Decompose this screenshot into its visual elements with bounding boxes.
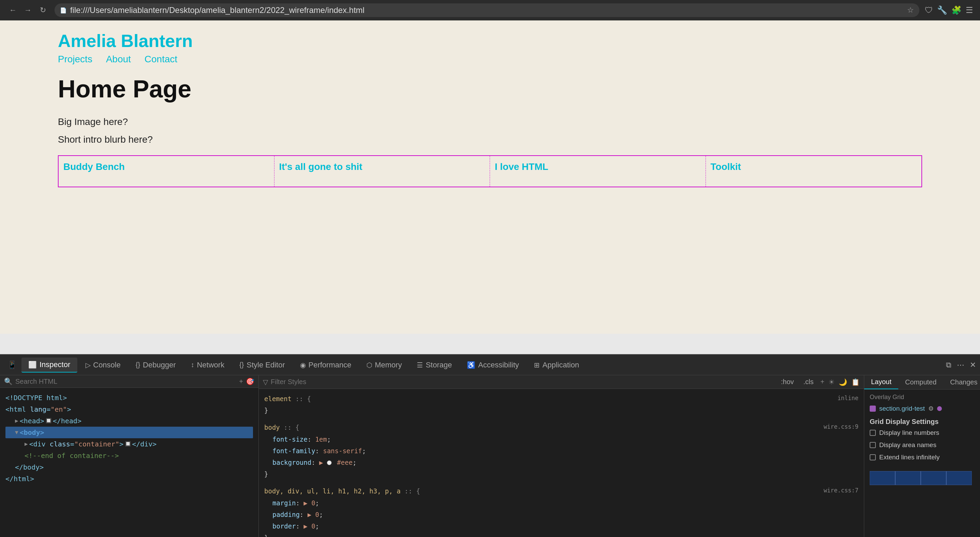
intro-blurb-text: Short intro blurb here? — [58, 134, 922, 145]
css-prop-background: background: ▶ #eee; — [264, 457, 858, 468]
css-prop-padding-name: padding — [272, 511, 300, 518]
nav-projects[interactable]: Projects — [58, 54, 92, 65]
tab-changes[interactable]: Changes — [943, 376, 980, 389]
search-html-input[interactable] — [15, 378, 236, 386]
div-triangle[interactable]: ▶ — [24, 439, 28, 448]
grid-section: Buddy Bench It's all gone to shit I love… — [58, 155, 922, 187]
tab-performance[interactable]: ◉ Performance — [293, 358, 358, 372]
page-content: Amelia Blantern Projects About Contact H… — [0, 21, 980, 334]
add-rule-button[interactable]: + — [820, 378, 824, 386]
grid-item-gear-icon[interactable]: ⚙ — [928, 405, 934, 412]
pseudo-cls-button[interactable]: .cls — [800, 377, 816, 386]
tab-debugger[interactable]: {} Debugger — [129, 358, 183, 372]
tab-style-editor[interactable]: {} Style Editor — [232, 358, 292, 372]
grid-option-extend-lines: Extend lines infinitely — [870, 454, 975, 461]
tab-accessibility[interactable]: ♿ Accessibility — [460, 358, 526, 372]
tab-storage-label: Storage — [426, 361, 452, 369]
right-panel-body: Overlay Grid section.grid-test ⚙ Grid Di… — [864, 389, 980, 537]
css-rule-element-close: } — [264, 405, 858, 416]
address-bar[interactable]: 📄 file:///Users/ameliablantern/Desktop/a… — [54, 3, 920, 17]
site-header: Amelia Blantern Projects About Contact — [58, 31, 922, 65]
performance-icon: ◉ — [300, 361, 306, 369]
css-source-wire7: wire.css:7 — [824, 485, 858, 496]
grid-option-area-names: Display area names — [870, 441, 975, 449]
tab-performance-label: Performance — [309, 361, 352, 369]
css-prop-font-size: font-size: 1em; — [264, 434, 858, 445]
tab-storage[interactable]: ☰ Storage — [410, 358, 459, 372]
tab-inspector[interactable]: ⬜ Inspector — [21, 357, 77, 373]
head-triangle[interactable]: ▶ — [15, 416, 18, 425]
forward-button[interactable]: → — [22, 4, 34, 16]
grid-cell-2: I love HTML — [490, 156, 706, 187]
search-icon: 🔍 — [4, 377, 13, 386]
tab-application-label: Application — [542, 361, 579, 369]
extend-lines-checkbox[interactable] — [870, 454, 876, 461]
css-prop-padding: padding: ▶ 0; — [264, 509, 858, 520]
html-search-buttons: + 🎯 — [239, 377, 255, 386]
html-body-open-line[interactable]: ▼ <body> — [5, 427, 253, 438]
area-names-checkbox[interactable] — [870, 442, 876, 448]
menu-button[interactable]: ☰ — [966, 5, 973, 15]
grid-display-settings-title: Grid Display Settings — [870, 418, 975, 426]
console-icon: ▷ — [86, 361, 91, 369]
grid-item-checkbox[interactable] — [870, 405, 876, 412]
grid-cell-0: Buddy Bench — [59, 156, 274, 187]
css-prop-font-family-name: font-family — [272, 447, 315, 454]
extensions-button[interactable]: 🛡 — [925, 5, 933, 15]
filter-styles-input[interactable] — [271, 378, 774, 386]
add-node-button[interactable]: + — [239, 377, 243, 386]
nav-about[interactable]: About — [106, 54, 131, 65]
accessibility-icon: ♿ — [467, 361, 476, 369]
copy-rule-button[interactable]: 📋 — [851, 378, 860, 386]
line-numbers-checkbox[interactable] — [870, 430, 876, 436]
close-devtools-button[interactable]: ✕ — [970, 361, 976, 369]
storage-icon: ☰ — [417, 361, 423, 369]
html-doctype-line: <!DOCTYPE html> — [5, 392, 253, 404]
light-theme-button[interactable]: ☀ — [829, 378, 835, 386]
devtools-responsive-icon[interactable]: 📱 — [4, 359, 20, 371]
dock-button[interactable]: ⧉ — [946, 361, 951, 369]
site-title: Amelia Blantern — [58, 31, 922, 51]
css-filter-bar: ▽ — [263, 378, 774, 386]
grid-item-color-dot — [937, 406, 942, 411]
tab-computed[interactable]: Computed — [898, 376, 943, 389]
tab-console[interactable]: ▷ Console — [79, 358, 128, 372]
head-tag-text: <head> — [20, 415, 44, 427]
css-val-border: ▶ 0 — [304, 522, 315, 530]
page-heading: Home Page — [58, 75, 922, 103]
css-prop-margin: margin: ▶ 0; — [264, 497, 858, 509]
line-numbers-label: Display line numbers — [879, 429, 939, 437]
devtools-button[interactable]: 🔧 — [937, 5, 947, 15]
grid-option-line-numbers: Display line numbers — [870, 429, 975, 437]
tab-console-label: Console — [93, 361, 121, 369]
site-nav: Projects About Contact — [58, 54, 922, 65]
css-prop-font-size-name: font-size — [272, 435, 307, 443]
html-div-line: ▶ <div class="container">🔲</div> — [5, 438, 253, 450]
grid-item-link[interactable]: section.grid-test — [879, 405, 925, 412]
pick-element-button[interactable]: 🎯 — [246, 377, 255, 386]
div-tag-text: <div class="container"> — [29, 438, 124, 450]
back-button[interactable]: ← — [7, 4, 19, 16]
reload-button[interactable]: ↻ — [37, 4, 49, 16]
css-selector-pseudo: :: { — [296, 395, 311, 402]
css-rule-body: body :: { wire.css:9 font-size: 1em; fon… — [264, 421, 858, 480]
tab-network[interactable]: ↕ Network — [184, 358, 231, 372]
dark-theme-button[interactable]: 🌙 — [839, 378, 847, 386]
grid-cell-title-3: Toolkit — [711, 161, 741, 172]
devtools-body: 🔍 + 🎯 <!DOCTYPE html> <html lang="en"> ▶ — [0, 375, 980, 537]
html-tag-text: <html lang="en"> — [5, 404, 71, 415]
tab-layout[interactable]: Layout — [864, 375, 898, 389]
pseudo-hov-button[interactable]: :hov — [778, 377, 797, 386]
html-html-line: <html lang="en"> — [5, 404, 253, 415]
tab-memory[interactable]: ⬡ Memory — [360, 358, 409, 372]
html-html-close-line: </html> — [5, 473, 253, 485]
nav-contact[interactable]: Contact — [145, 54, 177, 65]
more-button[interactable]: ⋯ — [957, 361, 964, 369]
html-panel: 🔍 + 🎯 <!DOCTYPE html> <html lang="en"> ▶ — [0, 375, 259, 537]
extensions-puzzle-button[interactable]: 🧩 — [951, 5, 962, 15]
comment-text: <!--end of container--> — [24, 450, 119, 461]
tab-application[interactable]: ⊞ Application — [527, 358, 586, 372]
browser-chrome: ← → ↻ 📄 file:///Users/ameliablantern/Des… — [0, 0, 980, 21]
body-triangle[interactable]: ▼ — [15, 428, 18, 437]
css-body: element :: { inline } body :: { wire.css… — [259, 389, 864, 537]
